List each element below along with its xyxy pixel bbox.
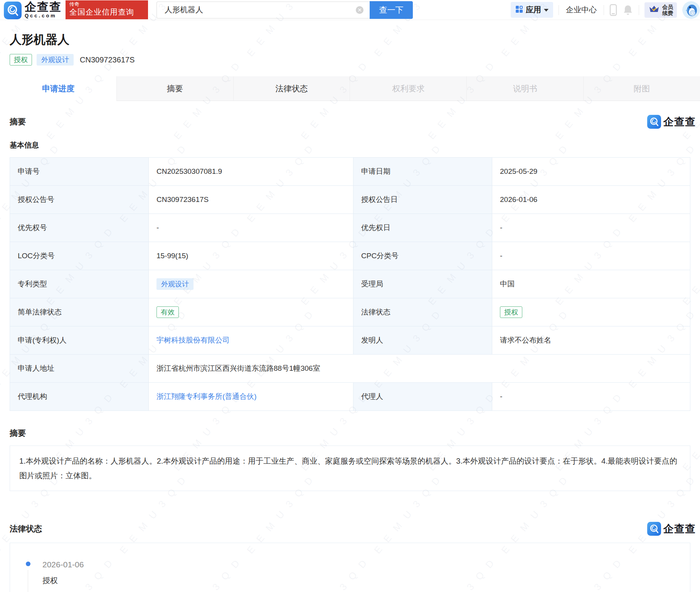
agency-link[interactable]: 浙江翔隆专利事务所(普通合伙) xyxy=(156,392,257,400)
row-value: - xyxy=(492,383,690,411)
row-label: 代理人 xyxy=(353,383,492,411)
qcc-watermark-logo: 企查查 xyxy=(647,522,696,536)
row-label: 受理局 xyxy=(353,270,492,298)
table-row: 申请(专利权)人 宇树科技股份有限公司 发明人 请求不公布姓名 xyxy=(10,326,690,355)
row-label: 发明人 xyxy=(353,326,492,355)
row-label: 申请(专利权)人 xyxy=(10,326,149,355)
top-header: 企查查 Qcc.com 传奇 全国企业信用查询 ✕ 查一下 xyxy=(0,0,700,20)
enterprise-center-link[interactable]: 企业中心 xyxy=(564,5,598,15)
search-button[interactable]: 查一下 xyxy=(370,1,413,19)
brand-text: 企查查 Qcc.com xyxy=(25,0,62,19)
qcc-mark-icon xyxy=(647,522,661,536)
abstract-box: 1.本外观设计产品的名称：人形机器人。2.本外观设计产品的用途：用于工业生产、商… xyxy=(10,446,690,491)
row-value: 外观设计 xyxy=(149,270,353,298)
slogan-line2: 全国企业信用查询 xyxy=(69,7,144,17)
tab-summary[interactable]: 摘要 xyxy=(116,76,233,101)
status-badge: 授权 xyxy=(10,54,32,66)
chevron-down-icon xyxy=(544,9,549,12)
row-value: 请求不公布姓名 xyxy=(492,326,690,355)
row-label: CPC分类号 xyxy=(353,242,492,270)
row-label: 授权公告日 xyxy=(353,186,492,214)
divider xyxy=(639,5,639,15)
legal-status-section-head: 法律状态 企查查 xyxy=(10,522,690,536)
row-value: - xyxy=(149,214,353,242)
tab-bar: 申请进度 摘要 法律状态 权利要求 说明书 附图 xyxy=(0,76,700,101)
notification-bell-icon[interactable] xyxy=(623,4,633,16)
patent-title-section: 人形机器人 授权 外观设计 CN309723617S xyxy=(0,20,700,66)
top-nav: 应用 企业中心 xyxy=(511,1,700,19)
qcc-mark-text: 企查查 xyxy=(663,115,696,129)
tab-figures[interactable]: 附图 xyxy=(583,76,700,101)
row-label: 优先权号 xyxy=(10,214,149,242)
divider xyxy=(604,5,604,15)
tab-legal-status[interactable]: 法律状态 xyxy=(233,76,350,101)
main-content: 摘要 企查查 基本信息 申请 xyxy=(0,115,700,592)
applicant-company-link[interactable]: 宇树科技股份有限公司 xyxy=(156,336,230,344)
slogan-badge: 传奇 全国企业信用查询 xyxy=(66,0,148,19)
brand-domain: Qcc.com xyxy=(25,13,62,18)
page-title: 人形机器人 xyxy=(10,32,690,48)
summary-heading: 摘要 xyxy=(10,116,26,127)
title-meta: 授权 外观设计 CN309723617S xyxy=(10,54,690,66)
row-value: CN309723617S xyxy=(149,186,353,214)
basic-info-heading: 基本信息 xyxy=(10,140,690,150)
row-label: 法律状态 xyxy=(353,298,492,326)
row-value: 中国 xyxy=(492,270,690,298)
apps-grid-icon xyxy=(515,5,523,15)
design-type-badge: 外观设计 xyxy=(156,278,194,290)
publication-number: CN309723617S xyxy=(80,56,135,64)
row-value: - xyxy=(492,242,690,270)
row-value: 浙江翔隆专利事务所(普通合伙) xyxy=(149,383,353,411)
row-label: 优先权日 xyxy=(353,214,492,242)
table-row: 授权公告号 CN309723617S 授权公告日 2026-01-06 xyxy=(10,186,690,214)
valid-status-badge: 有效 xyxy=(156,306,179,318)
tab-specification[interactable]: 说明书 xyxy=(466,76,583,101)
user-avatar[interactable] xyxy=(682,1,700,19)
qcc-mark-icon xyxy=(647,115,661,129)
row-value: 授权 xyxy=(492,298,690,326)
qcc-logo-icon xyxy=(4,2,22,19)
table-row: 申请号 CN202530307081.9 申请日期 2025-05-29 xyxy=(10,158,690,186)
timeline-dot-icon xyxy=(26,562,30,566)
apps-label: 应用 xyxy=(526,5,541,15)
row-value: 2026-01-06 xyxy=(492,186,690,214)
abstract-text: 1.本外观设计产品的名称：人形机器人。2.本外观设计产品的用途：用于工业生产、商… xyxy=(19,454,681,483)
apps-menu-button[interactable]: 应用 xyxy=(511,2,553,18)
slogan-line1: 传奇 xyxy=(69,1,144,7)
row-value: 宇树科技股份有限公司 xyxy=(149,326,353,355)
mobile-app-icon[interactable] xyxy=(609,4,617,16)
member-renew-button[interactable]: 会员 续费 xyxy=(644,2,677,18)
row-label: 申请日期 xyxy=(353,158,492,186)
timeline-date: 2026-01-06 xyxy=(42,560,690,569)
table-row: 代理机构 浙江翔隆专利事务所(普通合伙) 代理人 - xyxy=(10,383,690,411)
crown-icon xyxy=(648,4,660,16)
clear-search-icon[interactable]: ✕ xyxy=(356,6,363,14)
summary-section-head: 摘要 企查查 xyxy=(10,115,690,129)
search-input[interactable] xyxy=(156,2,370,18)
table-row: 专利类型 外观设计 受理局 中国 xyxy=(10,270,690,298)
granted-status-badge: 授权 xyxy=(500,306,522,318)
page: 企查查 Qcc.com 传奇 全国企业信用查询 ✕ 查一下 xyxy=(0,0,700,592)
row-label: 授权公告号 xyxy=(10,186,149,214)
brand-name: 企查查 xyxy=(25,1,62,13)
legal-status-box: 2026-01-06 授权 xyxy=(10,543,690,592)
table-row: LOC分类号 15-99(15) CPC分类号 - xyxy=(10,242,690,270)
applicant-address: 浙江省杭州市滨江区西兴街道东流路88号1幢306室 xyxy=(149,355,690,383)
row-value: 15-99(15) xyxy=(149,242,353,270)
row-label: LOC分类号 xyxy=(10,242,149,270)
qcc-logo[interactable]: 企查查 Qcc.com 传奇 全国企业信用查询 xyxy=(4,0,148,19)
search-bar: ✕ 查一下 xyxy=(156,1,413,19)
tab-claims[interactable]: 权利要求 xyxy=(350,76,466,101)
timeline-event: 授权 xyxy=(42,575,690,586)
table-row: 优先权号 - 优先权日 - xyxy=(10,214,690,242)
row-value: 2025-05-29 xyxy=(492,158,690,186)
divider xyxy=(559,5,559,15)
tab-application-progress[interactable]: 申请进度 xyxy=(0,76,116,101)
patent-type-badge: 外观设计 xyxy=(37,54,74,66)
row-label: 代理机构 xyxy=(10,383,149,411)
row-value: CN202530307081.9 xyxy=(149,158,353,186)
table-row: 申请人地址 浙江省杭州市滨江区西兴街道东流路88号1幢306室 xyxy=(10,355,690,383)
row-label: 简单法律状态 xyxy=(10,298,149,326)
row-label: 申请人地址 xyxy=(10,355,149,383)
row-value: - xyxy=(492,214,690,242)
